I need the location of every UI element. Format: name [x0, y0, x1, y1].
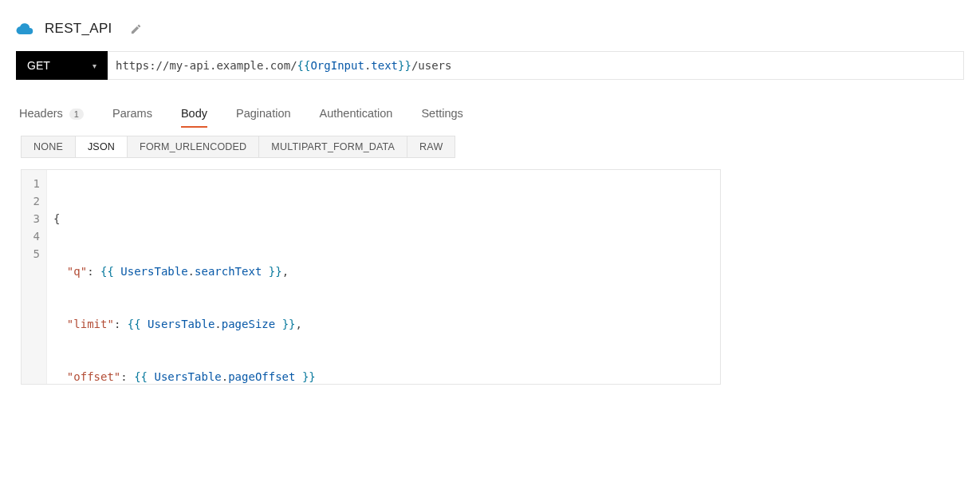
chevron-down-icon: ▾ — [92, 61, 96, 70]
tab-settings[interactable]: Settings — [421, 102, 462, 124]
request-line: GET ▾ https://my-api.example.com/{{ OrgI… — [0, 51, 980, 80]
tab-headers[interactable]: Headers 1 — [19, 102, 84, 124]
body-json-editor[interactable]: 1 2 3 4 5 { "q": {{ UsersTable.searchTex… — [21, 169, 721, 385]
pencil-icon[interactable] — [130, 23, 142, 35]
query-header: REST_API — [0, 0, 980, 51]
tab-params[interactable]: Params — [112, 102, 152, 124]
http-method-value: GET — [27, 59, 50, 72]
body-type-form-urlencoded[interactable]: FORM_URLENCODED — [128, 136, 259, 157]
cloud-icon — [16, 22, 33, 35]
body-type-tabs: NONE JSON FORM_URLENCODED MULTIPART_FORM… — [0, 136, 980, 158]
tab-authentication[interactable]: Authentication — [320, 102, 393, 124]
http-method-select[interactable]: GET ▾ — [16, 51, 108, 80]
editor-code[interactable]: { "q": {{ UsersTable.searchText }}, "lim… — [47, 170, 720, 384]
headers-count-badge: 1 — [69, 109, 84, 120]
section-tabs: Headers 1 Params Body Pagination Authent… — [0, 102, 980, 124]
body-type-multipart[interactable]: MULTIPART_FORM_DATA — [259, 136, 407, 157]
tab-pagination[interactable]: Pagination — [236, 102, 291, 124]
body-type-json[interactable]: JSON — [76, 136, 128, 157]
editor-gutter: 1 2 3 4 5 — [22, 170, 47, 384]
api-name: REST_API — [45, 21, 112, 37]
url-input[interactable]: https://my-api.example.com/{{ OrgInput.t… — [108, 51, 964, 80]
tab-body[interactable]: Body — [181, 102, 207, 124]
body-type-raw[interactable]: RAW — [407, 136, 455, 157]
body-type-none[interactable]: NONE — [22, 136, 76, 157]
